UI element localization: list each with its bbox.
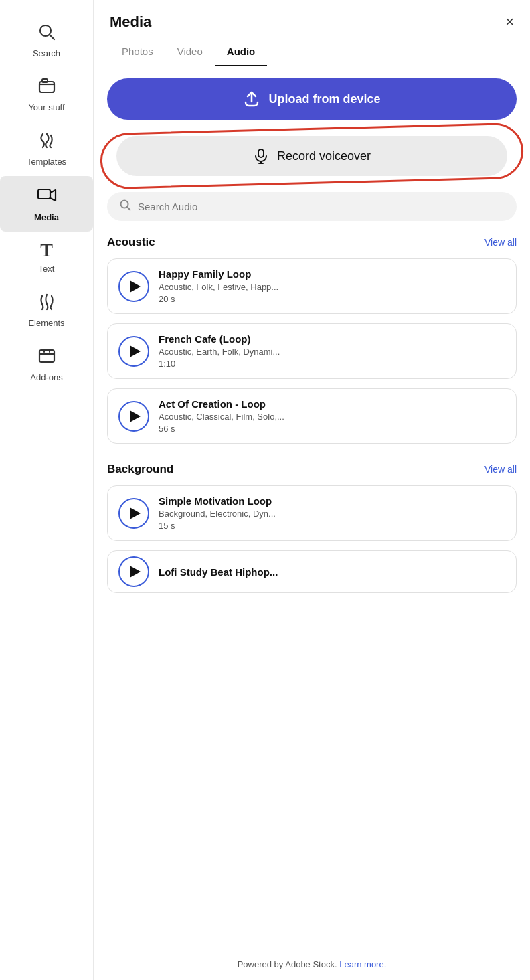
sidebar-item-templates-label: Templates [27,157,66,167]
play-triangle-icon [130,566,141,578]
track-card-simple-motivation-loop[interactable]: Simple Motivation Loop Background, Elect… [107,485,517,541]
sidebar-item-text-label: Text [39,264,55,274]
track-name: Simple Motivation Loop [159,495,276,507]
play-triangle-icon [130,507,141,519]
background-view-all[interactable]: View all [484,464,517,475]
track-tags: Acoustic, Folk, Festive, Happ... [159,282,278,292]
search-audio-icon [119,199,131,214]
play-button-simple-motivation-loop[interactable] [118,498,149,529]
tab-video[interactable]: Video [165,40,215,66]
sidebar: Search Your stuff Templates [0,0,94,980]
svg-rect-9 [258,149,264,157]
sidebar-item-add-ons-label: Add-ons [30,372,62,382]
svg-rect-5 [39,350,54,362]
track-name: Lofi Study Beat Hiphop... [159,566,278,578]
play-triangle-icon [130,410,141,422]
panel-content: Upload from device Record voiceover [94,66,530,605]
search-icon [37,23,56,44]
audio-search-bar [107,192,517,221]
track-info-lofi-study-beat: Lofi Study Beat Hiphop... [159,566,278,578]
track-name: Act Of Creation - Loop [159,398,284,410]
track-card-french-cafe-loop[interactable]: French Cafe (Loop) Acoustic, Earth, Folk… [107,323,517,379]
sidebar-item-your-stuff[interactable]: Your stuff [0,68,93,122]
track-tags: Acoustic, Classical, Film, Solo,... [159,412,284,422]
record-voiceover-wrapper: Record voiceover [107,129,517,183]
sidebar-item-templates[interactable]: Templates [0,122,93,176]
text-icon: T [40,241,53,260]
svg-rect-4 [38,189,50,199]
svg-line-1 [50,35,54,40]
svg-line-13 [128,208,130,210]
panel-title: Media [110,13,151,31]
background-section-title: Background [107,463,173,476]
play-button-happy-family-loop[interactable] [118,271,149,302]
close-button[interactable]: × [505,15,514,29]
microphone-icon [253,148,269,164]
sidebar-item-add-ons[interactable]: Add-ons [0,337,93,392]
panel-footer: Powered by Adobe Stock. Learn more. [94,951,530,980]
search-audio-input[interactable] [138,201,505,212]
tab-audio[interactable]: Audio [215,40,268,66]
acoustic-section-title: Acoustic [107,236,155,249]
track-duration: 1:10 [159,359,280,369]
sidebar-item-text[interactable]: T Text [0,232,93,283]
footer-learn-more-link[interactable]: Learn more. [339,959,386,969]
track-card-lofi-study-beat[interactable]: Lofi Study Beat Hiphop... [107,550,517,593]
track-info-french-cafe-loop: French Cafe (Loop) Acoustic, Earth, Folk… [159,333,280,369]
media-tabs: Photos Video Audio [94,31,530,66]
elements-icon [37,293,56,314]
play-triangle-icon [130,345,141,357]
media-icon [37,185,57,208]
svg-rect-2 [39,82,54,92]
sidebar-item-elements-label: Elements [28,318,64,328]
track-info-simple-motivation-loop: Simple Motivation Loop Background, Elect… [159,495,276,531]
svg-point-0 [40,25,51,36]
tab-photos[interactable]: Photos [110,40,165,66]
track-name: French Cafe (Loop) [159,333,280,345]
acoustic-section-header: Acoustic View all [107,236,517,249]
panel-header: Media × [94,0,530,31]
sidebar-item-search[interactable]: Search [0,13,93,68]
sidebar-item-search-label: Search [33,48,60,58]
track-name: Happy Family Loop [159,268,278,280]
your-stuff-icon [37,77,56,98]
add-ons-icon [37,347,56,368]
play-button-lofi-study-beat[interactable] [118,556,149,587]
track-info-happy-family-loop: Happy Family Loop Acoustic, Folk, Festiv… [159,268,278,304]
track-duration: 15 s [159,521,276,531]
play-button-act-of-creation-loop[interactable] [118,401,149,432]
background-section-header: Background View all [107,463,517,476]
footer-text: Powered by Adobe Stock. [238,959,337,969]
record-btn-label: Record voiceover [277,149,371,163]
track-duration: 20 s [159,294,278,304]
upload-from-device-button[interactable]: Upload from device [107,78,517,120]
acoustic-view-all[interactable]: View all [484,237,517,248]
track-card-happy-family-loop[interactable]: Happy Family Loop Acoustic, Folk, Festiv… [107,258,517,314]
play-button-french-cafe-loop[interactable] [118,336,149,367]
track-info-act-of-creation-loop: Act Of Creation - Loop Acoustic, Classic… [159,398,284,434]
templates-icon [37,131,56,153]
sidebar-item-media[interactable]: Media [0,176,93,232]
sidebar-item-your-stuff-label: Your stuff [28,102,64,112]
track-tags: Background, Electronic, Dyn... [159,509,276,519]
track-tags: Acoustic, Earth, Folk, Dynami... [159,347,280,357]
sidebar-item-elements[interactable]: Elements [0,283,93,337]
upload-icon [243,90,260,108]
record-voiceover-button[interactable]: Record voiceover [116,136,507,176]
track-card-act-of-creation-loop[interactable]: Act Of Creation - Loop Acoustic, Classic… [107,388,517,444]
upload-btn-label: Upload from device [268,92,380,106]
play-triangle-icon [130,280,141,293]
sidebar-item-media-label: Media [34,212,59,222]
media-panel: Media × Photos Video Audio Upload from d… [94,0,530,980]
track-duration: 56 s [159,424,284,434]
svg-rect-3 [42,79,48,82]
